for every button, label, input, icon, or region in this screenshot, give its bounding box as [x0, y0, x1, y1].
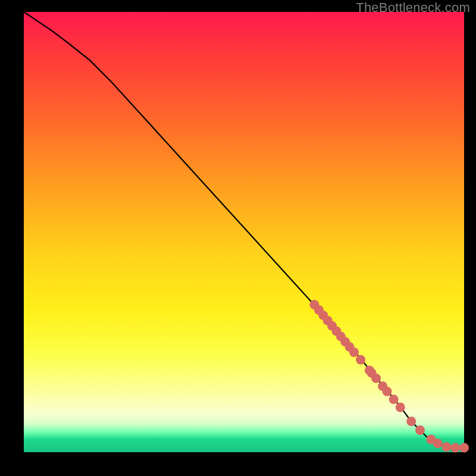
highlighted-points-group — [309, 300, 469, 452]
highlighted-point — [415, 425, 425, 435]
highlighted-point — [356, 355, 365, 365]
chart-frame: TheBottleneck.com — [0, 0, 476, 476]
highlighted-point — [396, 403, 405, 412]
bottleneck-curve-line — [24, 12, 464, 448]
highlighted-point — [441, 442, 451, 452]
highlighted-point — [383, 387, 392, 396]
highlighted-point — [450, 443, 460, 453]
chart-svg — [24, 12, 464, 452]
highlighted-point — [371, 374, 381, 383]
highlighted-point — [349, 347, 359, 357]
highlighted-point — [433, 439, 443, 448]
highlighted-point — [459, 443, 469, 453]
plot-area — [24, 12, 464, 452]
highlighted-point — [389, 394, 399, 404]
highlighted-point — [406, 416, 416, 426]
